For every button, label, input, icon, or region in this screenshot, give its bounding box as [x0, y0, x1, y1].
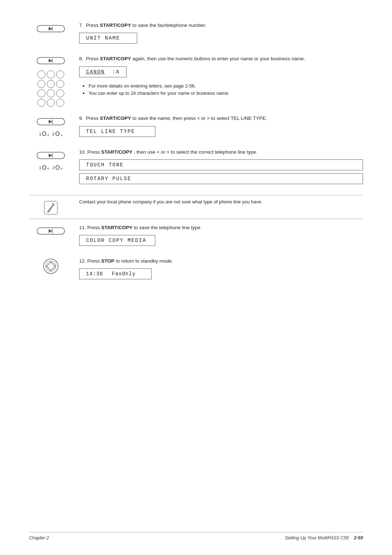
start-copy-icon-2 [36, 56, 65, 68]
note-pencil-icon [43, 200, 59, 216]
step-10-row: 1 O < 2 O > 10. Press START/COPY , then … [29, 149, 363, 187]
key-star [47, 99, 55, 107]
step-8-bullets: For more details on entering letters, se… [83, 82, 363, 98]
svg-marker-7 [49, 120, 52, 123]
step-9-text: 9. Press START/COPY to save the name, th… [79, 115, 363, 122]
key-3 [56, 70, 64, 78]
key-4 [37, 80, 45, 88]
step-10-text: 10. Press START/COPY , then use < or > t… [79, 149, 363, 156]
step-11-text-col: 11. Press START/COPY to save the telepho… [73, 224, 363, 250]
svg-marker-10 [49, 154, 52, 157]
start-copy-icon-5 [36, 225, 65, 237]
key-6 [56, 80, 64, 88]
note-icon-col [29, 198, 73, 216]
key-hash [56, 99, 64, 107]
step-12-text-col: 12. Press STOP to return to standby mode… [73, 258, 363, 283]
svg-point-23 [46, 261, 56, 271]
footer-chapter: Chapter 2 [29, 535, 49, 540]
step-7-row: 7. Press START/COPY to save the fax/tele… [29, 22, 363, 47]
key-9 [56, 89, 64, 97]
step-7-text-col: 7. Press START/COPY to save the fax/tele… [73, 22, 363, 47]
step-8-text: 8. Press START/COPY again, then use the … [79, 55, 363, 62]
arrow-keys-icon-9: 1 O < 2 O > [39, 131, 63, 137]
arrow-keys-icon-10: 1 O < 2 O > [39, 165, 63, 171]
key-7 [37, 89, 45, 97]
step-8-text-col: 8. Press START/COPY again, then use the … [73, 55, 363, 97]
step-12-lcd: 14:38 FaxOnly [79, 268, 152, 279]
step-11-row: 11. Press START/COPY to save the telepho… [29, 224, 363, 250]
step-8-lcd: CANON :A [79, 66, 127, 77]
step-11-lcd: COLOR COPY MEDIA [79, 235, 155, 246]
stop-button-icon [43, 258, 59, 274]
start-copy-icon-3 [36, 116, 65, 128]
step-9-icon-col: 1 O < 2 O > [29, 115, 73, 137]
step-7-text: 7. Press START/COPY to save the fax/tele… [79, 22, 363, 29]
step-11-icon-col [29, 224, 73, 237]
bullet-2: You can enter up to 24 characters for yo… [83, 90, 363, 97]
key-2 [47, 70, 55, 78]
note-text: Contact your local phone company if you … [73, 198, 363, 206]
step-7-lcd: UNIT NAME [79, 33, 137, 44]
footer-title-page: Setting Up Your MultiPASS C50 2-59 [285, 535, 363, 540]
step-9-text-col: 9. Press START/COPY to save the name, th… [73, 115, 363, 140]
svg-line-18 [52, 203, 54, 204]
footer: Chapter 2 Setting Up Your MultiPASS C50 … [29, 532, 363, 540]
step-10-lcd1: TOUCH TONE [79, 159, 363, 170]
step-10-text-col: 10. Press START/COPY , then use < or > t… [73, 149, 363, 187]
step-11-text: 11. Press START/COPY to save the telepho… [79, 224, 363, 231]
start-copy-icon-4 [36, 149, 65, 162]
step-10-lcd2: ROTARY PULSE [79, 173, 363, 184]
step-10-icon-col: 1 O < 2 O > [29, 149, 73, 171]
keypad-icon [37, 70, 64, 107]
start-copy-icon [36, 23, 65, 35]
svg-marker-24 [46, 262, 55, 271]
key-0 [37, 99, 45, 107]
step-9-row: 1 O < 2 O > 9. Press START/COPY to save … [29, 115, 363, 140]
step-8-icon-col [29, 55, 73, 107]
step-8-row: 8. Press START/COPY again, then use the … [29, 55, 363, 107]
step-12-icon-col [29, 258, 73, 274]
note-row: Contact your local phone company if you … [29, 195, 363, 219]
step-12-text: 12. Press STOP to return to standby mode… [79, 258, 363, 265]
step-7-icon-col [29, 22, 73, 35]
step-9-lcd: TEL LINE TYPE [79, 126, 155, 137]
svg-marker-20 [49, 229, 52, 233]
key-1 [37, 70, 45, 78]
svg-line-16 [49, 204, 54, 212]
svg-marker-1 [49, 27, 52, 31]
svg-marker-4 [49, 59, 52, 62]
page: 7. Press START/COPY to save the fax/tele… [0, 0, 392, 555]
bullet-1: For more details on entering letters, se… [83, 82, 363, 90]
key-5 [47, 80, 55, 88]
key-8 [47, 89, 55, 97]
step-12-row: 12. Press STOP to return to standby mode… [29, 258, 363, 283]
